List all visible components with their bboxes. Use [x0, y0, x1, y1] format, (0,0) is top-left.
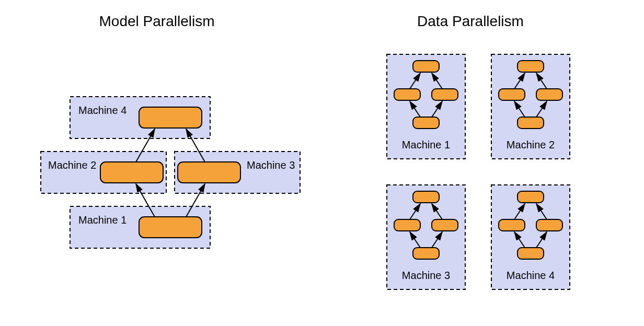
model-node-top	[139, 107, 202, 128]
svg-rect-13	[536, 89, 562, 100]
svg-rect-31	[518, 191, 544, 203]
svg-rect-11	[518, 61, 544, 72]
svg-rect-21	[413, 191, 439, 203]
model-node-right	[178, 162, 240, 183]
svg-rect-24	[413, 248, 439, 259]
svg-text:Machine 2: Machine 2	[507, 139, 555, 150]
model-machine-2-label: Machine 2	[48, 159, 96, 171]
svg-rect-1	[413, 61, 439, 72]
model-node-bottom	[139, 217, 202, 238]
svg-rect-3	[432, 89, 458, 100]
model-node-left	[100, 162, 163, 183]
data-parallelism-title: Data Parallelism	[417, 13, 524, 29]
parallelism-diagram: Model Parallelism Machine 4 Machine 2 Ma…	[0, 0, 644, 326]
svg-rect-34	[518, 248, 544, 259]
svg-text:Machine 4: Machine 4	[507, 270, 555, 281]
model-parallelism-title: Model Parallelism	[99, 13, 215, 29]
model-machine-4-label: Machine 4	[78, 104, 126, 116]
svg-text:Machine 3: Machine 3	[402, 270, 450, 281]
svg-rect-33	[536, 219, 562, 231]
data-machine-4: Machine 4	[491, 185, 570, 289]
model-machine-1-label: Machine 1	[78, 214, 126, 226]
data-machine-3: Machine 3	[387, 185, 465, 289]
svg-rect-12	[499, 89, 525, 100]
data-machine-1: Machine 1	[387, 54, 465, 159]
svg-text:Machine 1: Machine 1	[402, 139, 450, 150]
svg-rect-4	[413, 117, 439, 129]
data-machine-2: Machine 2	[491, 54, 570, 159]
svg-rect-2	[394, 89, 420, 100]
svg-rect-14	[518, 117, 544, 129]
model-machine-3-label: Machine 3	[247, 159, 295, 171]
svg-rect-32	[499, 219, 525, 231]
svg-rect-22	[394, 219, 420, 231]
svg-rect-23	[432, 219, 458, 231]
